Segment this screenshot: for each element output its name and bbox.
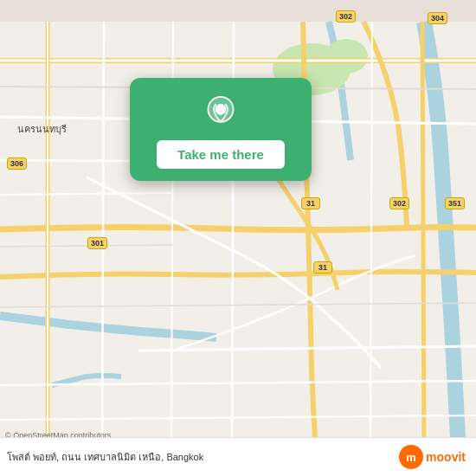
highway-badge-306: 306 <box>7 158 27 170</box>
bottom-bar: โพสต์ พอยท์, ถนน เทศบาลนิมิต เหนือ, Bang… <box>0 437 476 476</box>
moovit-logo: m moovit <box>399 445 466 469</box>
highway-badge-31-top: 31 <box>301 197 320 209</box>
highway-badge-31-bottom: 31 <box>313 261 332 273</box>
city-label-nonthaburi: นครนนทบุรี <box>17 121 67 137</box>
highway-badge-301: 301 <box>87 237 107 249</box>
highway-badge-304: 304 <box>428 12 447 24</box>
moovit-brand-text: moovit <box>426 450 466 464</box>
location-pin-icon <box>203 95 238 130</box>
take-me-there-button[interactable]: Take me there <box>157 140 285 169</box>
highway-badge-302-top: 302 <box>336 10 356 23</box>
popup-card: Take me there <box>130 78 312 181</box>
highway-badge-302-right: 302 <box>389 197 409 209</box>
map-container: นครนนทบุรี 304 302 302 301 306 351 31 31… <box>0 0 476 476</box>
svg-line-7 <box>422 22 424 454</box>
map-svg <box>0 0 476 476</box>
svg-point-22 <box>215 104 227 115</box>
highway-badge-351: 351 <box>445 197 465 209</box>
address-text: โพสต์ พอยท์, ถนน เทศบาลนิมิต เหนือ, Bang… <box>7 449 399 465</box>
moovit-icon: m <box>399 445 423 469</box>
svg-point-2 <box>325 39 368 74</box>
